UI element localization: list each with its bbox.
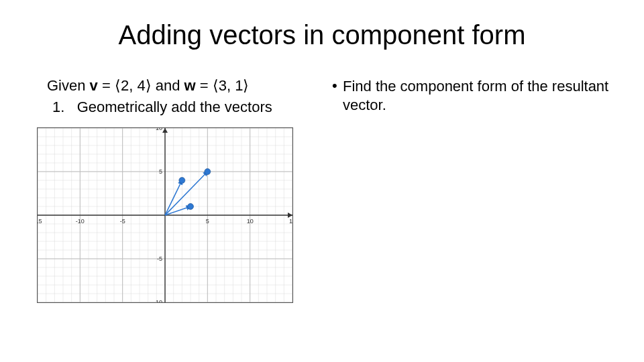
svg-point-81 [205, 169, 211, 175]
svg-text:10: 10 [156, 128, 162, 131]
svg-text:-15: -15 [38, 218, 42, 225]
svg-point-80 [188, 204, 194, 210]
vector-w-name: w [184, 77, 196, 94]
eq-part-1: = ⟨2, 4⟩ and [98, 77, 184, 94]
step-1-number: 1. [52, 99, 64, 115]
slide: Adding vectors in component form Given v… [0, 0, 644, 362]
svg-text:5: 5 [206, 218, 209, 225]
svg-text:-5: -5 [120, 218, 125, 225]
svg-text:-10: -10 [154, 299, 162, 302]
svg-text:10: 10 [247, 218, 254, 225]
svg-marker-65 [162, 128, 168, 133]
right-column: • Find the component form of the resulta… [332, 77, 614, 114]
page-title: Adding vectors in component form [0, 20, 644, 50]
bullet-text: Find the component form of the resultant… [343, 77, 614, 114]
svg-point-79 [179, 178, 185, 184]
svg-text:15: 15 [289, 218, 292, 225]
svg-text:-10: -10 [76, 218, 85, 225]
given-line: Given v = ⟨2, 4⟩ and w = ⟨3, 1⟩ [47, 77, 315, 95]
svg-line-78 [165, 172, 207, 215]
given-prefix: Given [47, 77, 90, 94]
vector-v-name: v [90, 77, 98, 94]
svg-text:-5: -5 [157, 255, 162, 262]
step-1-text: Geometrically add the vectors [77, 99, 272, 115]
bullet-item: • Find the component form of the resulta… [332, 77, 614, 114]
step-1: 1. Geometrically add the vectors [52, 99, 315, 116]
chart-svg: -15-10-551015-10-5510 [38, 128, 292, 302]
vector-chart: -15-10-551015-10-5510 [37, 127, 293, 303]
svg-marker-64 [288, 213, 292, 218]
eq-part-2: = ⟨3, 1⟩ [196, 77, 250, 94]
svg-text:5: 5 [159, 168, 162, 175]
left-column: Given v = ⟨2, 4⟩ and w = ⟨3, 1⟩ 1. Geome… [47, 77, 315, 116]
bullet-dot-icon: • [332, 77, 343, 114]
